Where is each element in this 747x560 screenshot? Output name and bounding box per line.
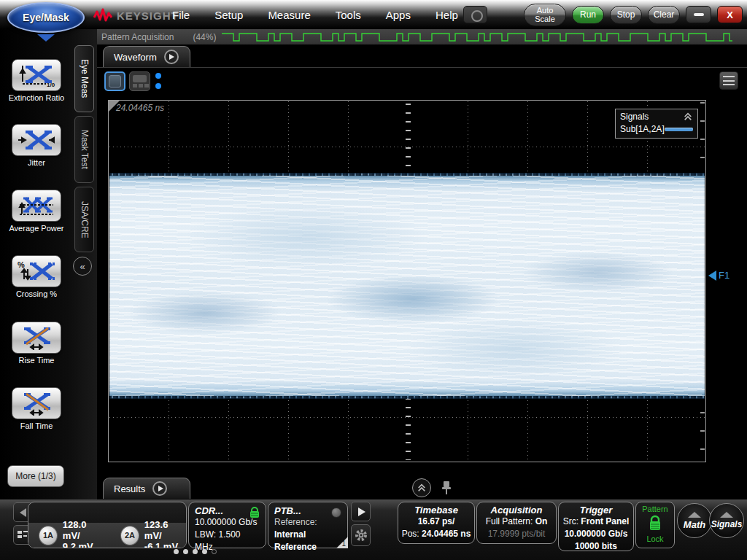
settings-gear-button[interactable] (351, 524, 371, 546)
mode-logo[interactable]: Eye/Mask (6, 1, 89, 44)
waveform-tab-play-icon[interactable] (164, 50, 179, 64)
channel-1a-badge[interactable]: 1A (39, 526, 58, 545)
menu-apps[interactable]: Apps (386, 9, 411, 21)
sidebar-item-extinction-ratio[interactable]: 1/0 Extinction Ratio (0, 59, 73, 102)
channel-2a-values: 123.6 mV/ -6.1 mV (144, 519, 186, 549)
math-label: Math (684, 519, 705, 530)
menu-setup[interactable]: Setup (214, 9, 243, 21)
sidebar-item-rise-time[interactable]: Rise Time (0, 322, 73, 365)
eye-diagram-trace (109, 174, 705, 398)
results-expand-button[interactable] (412, 478, 431, 497)
titlebar: KEYSIGHT File Setup Measure Tools Apps H… (0, 0, 747, 29)
crossing-button[interactable]: % (12, 255, 61, 287)
math-button[interactable]: Math (677, 503, 712, 538)
channel-2a-badge[interactable]: 2A (120, 526, 139, 545)
fall-time-button[interactable] (12, 387, 61, 419)
statusbar-play-button[interactable] (351, 502, 371, 521)
timebase-scale: 16.67 ps/ (418, 516, 455, 526)
tab-eye-meas[interactable]: Eye Meas (74, 45, 94, 112)
clear-button[interactable]: Clear (648, 6, 680, 24)
acquisition-label: Full Pattern: (486, 516, 533, 526)
trigger-title: Trigger (559, 505, 633, 516)
layout-split-button[interactable] (129, 71, 150, 91)
waveform-tab[interactable]: Waveform (103, 46, 190, 67)
signals-button[interactable]: Signals (709, 503, 744, 538)
waveform-display[interactable]: 24.04465 ns Signals Sub[1A,2A] (108, 100, 706, 462)
acquisition-value: On (535, 516, 548, 526)
signals-label: Signals (711, 519, 743, 529)
channel-row: 1A 128.0 mV/ 9.2 mV 2A 123.6 mV/ -6.1 mV (28, 523, 186, 548)
f1-arrow-icon (708, 271, 716, 281)
more-options-dots-icon[interactable] (155, 73, 161, 93)
pattern-lock-button[interactable]: Pattern Lock (635, 502, 675, 548)
signals-legend[interactable]: Signals Sub[1A,2A] (615, 109, 698, 139)
screenshot-camera-button[interactable] (463, 6, 487, 23)
mode-logo-oval: Eye/Mask (7, 2, 85, 33)
mode-logo-label: Eye/Mask (23, 12, 69, 23)
legend-title: Signals (620, 112, 649, 122)
gear-icon (355, 529, 368, 542)
trigger-source: Src: Front Panel (559, 516, 633, 528)
average-power-button[interactable] (12, 190, 61, 222)
crossing-percent-icon: % (17, 259, 56, 284)
extinction-ratio-button[interactable]: 1/0 (12, 59, 61, 91)
trigger-rate: 10.000000 Gb/s (565, 529, 628, 539)
flexdca-screen: KEYSIGHT File Setup Measure Tools Apps H… (0, 0, 747, 560)
f1-label: F1 (719, 270, 729, 281)
legend-color-sample (665, 128, 693, 131)
tab-mask-test[interactable]: Mask Test (74, 116, 94, 183)
auto-scale-label-2: Scale (535, 15, 555, 23)
svg-text:%: % (18, 260, 25, 269)
ptb-panel[interactable]: PTB... Reference: Internal Reference 1 (268, 502, 348, 548)
extinction-ratio-label: Extinction Ratio (0, 93, 73, 102)
sidebar-item-average-power[interactable]: Average Power (0, 190, 73, 233)
more-measurements-button[interactable]: More (1/3) (7, 465, 64, 487)
timebase-pos-value: 24.04465 ns (422, 529, 471, 539)
tab-jsa-cre[interactable]: JSA/CRE (74, 187, 94, 252)
legend-collapse-icon[interactable] (683, 112, 693, 121)
statusbar-page-dots[interactable] (174, 549, 217, 554)
sidebar-collapse-button[interactable]: « (73, 257, 92, 276)
trigger-src-value: Front Panel (581, 516, 629, 526)
auto-scale-button[interactable]: Auto Scale (524, 4, 566, 26)
channel-1a-offset: 9.2 mV (63, 541, 93, 549)
close-button[interactable]: X (717, 6, 743, 23)
pin-results-button[interactable] (440, 480, 453, 496)
stop-button[interactable]: Stop (610, 6, 642, 24)
run-button[interactable]: Run (572, 6, 604, 24)
minimize-button[interactable] (686, 6, 711, 23)
extinction-ratio-icon: 1/0 (17, 63, 56, 88)
menu-tools[interactable]: Tools (336, 9, 361, 21)
timebase-position-annotation: 24.04465 ns (116, 103, 164, 113)
center-axis-ticks (406, 398, 411, 460)
measurement-sidebar: 1/0 Extinction Ratio Jitter (0, 29, 97, 499)
rise-time-button[interactable] (12, 322, 61, 354)
timebase-pos-label: Pos: (402, 529, 419, 539)
sidebar-item-crossing[interactable]: % Crossing % (0, 255, 73, 298)
jitter-icon (17, 128, 56, 152)
menu-measure[interactable]: Measure (268, 9, 310, 21)
timebase-panel[interactable]: Timebase 16.67 ps/ Pos: 24.04465 ns (398, 502, 475, 544)
results-tab-label: Results (114, 483, 145, 494)
menu-file[interactable]: File (172, 9, 190, 21)
display-menu-button[interactable] (719, 71, 738, 90)
triangle-left-icon (20, 508, 26, 517)
results-tab[interactable]: Results (103, 478, 190, 499)
timebase-position: Pos: 24.04465 ns (398, 528, 474, 540)
f1-function-marker[interactable]: F1 (708, 270, 729, 281)
trigger-src-label: Src: (563, 516, 578, 526)
layout-single-button[interactable] (104, 71, 125, 91)
trigger-panel[interactable]: Trigger Src: Front Panel 10.000000 Gb/s … (558, 502, 634, 551)
cdr-panel[interactable]: CDR... 10.000000 Gb/s LBW: 1.500 MHz (188, 502, 266, 548)
channel-1a-values: 128.0 mV/ 9.2 mV (63, 519, 104, 549)
ptb-status-dot (331, 508, 341, 518)
jitter-button[interactable] (12, 124, 61, 156)
rise-time-label: Rise Time (0, 356, 73, 365)
sidebar-item-jitter[interactable]: Jitter (0, 124, 73, 167)
fall-time-label: Fall Time (0, 421, 73, 430)
channels-panel[interactable]: 1A 128.0 mV/ 9.2 mV 2A 123.6 mV/ -6.1 mV (28, 502, 187, 548)
sidebar-item-fall-time[interactable]: Fall Time (0, 387, 73, 430)
menu-help[interactable]: Help (436, 9, 458, 21)
acquisition-panel[interactable]: Acquisition Full Pattern: On 17.9999 pts… (476, 502, 557, 544)
results-tab-play-icon[interactable] (152, 481, 167, 496)
